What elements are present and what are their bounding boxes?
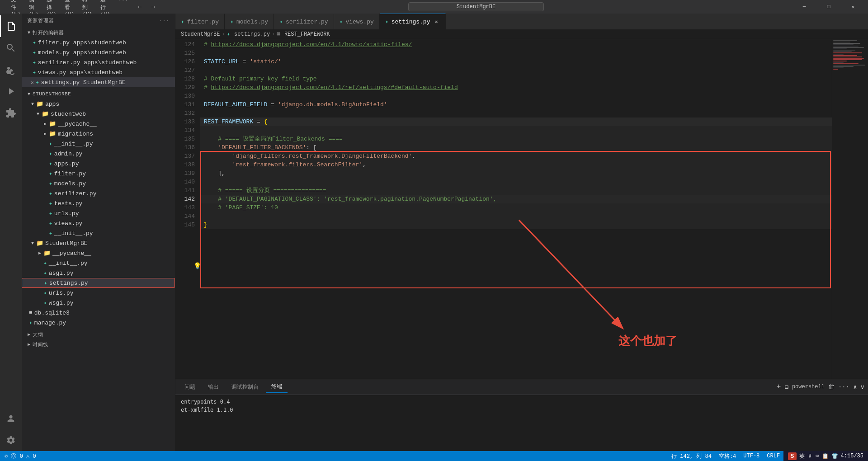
nav-forward-btn[interactable]: → — [148, 3, 159, 11]
input-method-btn[interactable]: S — [788, 452, 797, 460]
status-eol[interactable]: CRLF — [767, 453, 780, 459]
file-init-2[interactable]: ✦ __init__.py — [22, 228, 175, 238]
sidebar-more-btn[interactable]: ··· — [159, 18, 170, 24]
panel-tab-debug[interactable]: 调试控制台 — [226, 381, 264, 393]
file-db-sqlite[interactable]: ≡ db.sqlite3 — [22, 308, 175, 318]
tab-serilizer-py[interactable]: ✦ serilizer.py — [274, 14, 334, 29]
open-file-serilizer[interactable]: ✦ serilizer.py apps\studentweb — [22, 57, 175, 67]
activity-account-icon[interactable] — [0, 408, 22, 429]
code-line-130 — [200, 92, 832, 100]
panel-more-btn[interactable]: ··· — [838, 383, 849, 390]
file-init-1[interactable]: ✦ __init__.py — [22, 139, 175, 149]
panel-split-btn[interactable]: ⊟ — [784, 383, 788, 391]
activity-source-control-icon[interactable] — [0, 59, 22, 80]
open-file-settings[interactable]: ✕ ✦ settings.py StudentMgrBE — [22, 77, 175, 87]
init2-icon: ✦ — [49, 230, 52, 237]
outline-section[interactable]: ▶ 大纲 — [22, 329, 175, 339]
file-urls-2[interactable]: ✦ urls.py — [22, 288, 175, 298]
tab-views-py[interactable]: ✦ views.py — [334, 14, 380, 29]
open-file-views[interactable]: ✦ views.py apps\studentweb — [22, 67, 175, 77]
activity-settings-icon[interactable] — [0, 429, 22, 451]
file-admin[interactable]: ✦ admin.py — [22, 149, 175, 159]
open-file-views-label: views.py apps\studentweb — [38, 69, 123, 76]
file-settings-sidebar[interactable]: ✦ settings.py — [22, 278, 175, 288]
folder-migrations[interactable]: ▶ 📁 migrations — [22, 129, 175, 139]
serilizer-py-icon: ✦ — [33, 59, 36, 66]
activity-extensions-icon[interactable] — [0, 102, 22, 124]
file-models[interactable]: ✦ models.py — [22, 179, 175, 188]
models-py-icon: ✦ — [33, 49, 36, 56]
open-editors-section[interactable]: ▼ 打开的编辑器 — [22, 28, 175, 38]
status-encoding[interactable]: UTF-8 — [743, 453, 760, 459]
panel-tab-output[interactable]: 输出 — [203, 381, 224, 393]
file-serilizer[interactable]: ✦ serilizer.py — [22, 188, 175, 198]
file-filter[interactable]: ✦ filter.py — [22, 169, 175, 179]
file-apps[interactable]: ✦ apps.py — [22, 159, 175, 169]
ln-124: 124 — [175, 40, 195, 49]
ln-125: 125 — [175, 49, 195, 57]
file-views[interactable]: ✦ views.py — [22, 218, 175, 228]
status-spaces[interactable]: 空格:4 — [719, 452, 736, 460]
terminal-content[interactable]: entrypoints 0.4 et-xmlfile 1.1.0 — [175, 395, 868, 451]
file-tests[interactable]: ✦ tests.py — [22, 198, 175, 208]
tab-models-py[interactable]: ✦ models.py — [225, 14, 274, 29]
ln-127: 127 — [175, 66, 195, 75]
file-urls-1[interactable]: ✦ urls.py — [22, 208, 175, 218]
file-manage[interactable]: ✦ manage.py — [22, 318, 175, 328]
views-py-icon: ✦ — [33, 69, 36, 76]
panel-tab-problems[interactable]: 问题 — [179, 381, 201, 393]
tab-views-label: views.py — [345, 19, 373, 25]
status-errors[interactable]: ⊘ ⓪ 0 △ 0 — [5, 452, 36, 460]
folder-apps[interactable]: ▼ 📁 apps — [22, 99, 175, 109]
settings-close-icon[interactable]: ✕ — [31, 80, 34, 85]
breadcrumb-item-2[interactable]: ⊞ REST_FRAMEWORK — [277, 31, 330, 38]
folder-pycache-1[interactable]: ▶ 📁 __pycache__ — [22, 119, 175, 129]
tray-icon-2[interactable]: 👕 — [831, 453, 838, 460]
global-search-box[interactable]: StudentMgrBE — [408, 2, 544, 11]
models-label: models.py — [54, 180, 86, 187]
studentmgrbe-folder-label: StudentMgrBE — [45, 240, 88, 247]
folder-studentweb[interactable]: ▼ 📁 studentweb — [22, 109, 175, 119]
breadcrumb-sep-1: › — [272, 31, 275, 38]
tab-settings-py[interactable]: ✦ settings.py ✕ — [380, 14, 446, 29]
timeline-section[interactable]: ▶ 时间线 — [22, 339, 175, 349]
folder-pycache-2[interactable]: ▶ 📁 __pycache__ — [22, 248, 175, 258]
studentmgrbe-folder-icon: 📁 — [36, 240, 43, 247]
keyboard-icon[interactable]: ⌨ — [816, 453, 819, 460]
panel-chevron-down-btn[interactable]: ∨ — [861, 383, 864, 391]
window-maximize-btn[interactable]: □ — [818, 0, 839, 14]
project-root-label: STUDENTMGRBE — [33, 91, 71, 97]
file-wsgi[interactable]: ✦ wsgi.py — [22, 298, 175, 308]
ln-143: 143 — [175, 203, 195, 212]
open-file-models[interactable]: ✦ models.py apps\studentweb — [22, 47, 175, 57]
activity-search-icon[interactable] — [0, 37, 22, 59]
file-init-3[interactable]: ✦ __init__.py — [22, 258, 175, 268]
breadcrumb-item-1[interactable]: ✦ settings.py — [227, 31, 270, 38]
sidebar-content: ▼ 打开的编辑器 ✦ filter.py apps\studentweb ✦ m… — [22, 28, 175, 451]
file-asgi[interactable]: ✦ asgi.py — [22, 268, 175, 278]
tray-icon-1[interactable]: 📋 — [822, 453, 829, 460]
ln-138: 138 — [175, 160, 195, 169]
tab-filter-py[interactable]: ✦ filter.py — [175, 14, 225, 29]
init3-icon: ✦ — [43, 259, 47, 267]
window-minimize-btn[interactable]: ─ — [794, 0, 815, 14]
code-editor[interactable]: 124 125 126 127 128 129 130 131 132 133 … — [175, 39, 868, 379]
tab-settings-close-btn[interactable]: ✕ — [433, 18, 440, 25]
breadcrumb-item-0[interactable]: StudentMgrBE — [181, 31, 220, 38]
code-content[interactable]: # https://docs.djangoproject.com/en/4.1/… — [200, 39, 832, 379]
panel-add-btn[interactable]: + — [777, 383, 781, 391]
lightbulb-icon[interactable]: 💡 — [193, 262, 201, 270]
panel-tab-terminal[interactable]: 终端 — [266, 381, 288, 393]
nav-back-btn[interactable]: ← — [134, 3, 145, 11]
activity-files-icon[interactable] — [0, 15, 22, 37]
lang-indicator[interactable]: 英 — [799, 452, 805, 460]
panel-trash-btn[interactable]: 🗑 — [828, 383, 835, 390]
status-line-col[interactable]: 行 142, 列 84 — [671, 452, 712, 460]
window-close-btn[interactable]: ✕ — [843, 0, 863, 14]
activity-run-icon[interactable] — [0, 80, 22, 102]
folder-studentmgrbe[interactable]: ▼ 📁 StudentMgrBE — [22, 238, 175, 248]
panel-chevron-up-btn[interactable]: ∧ — [853, 383, 857, 391]
open-file-filter[interactable]: ✦ filter.py apps\studentweb — [22, 38, 175, 47]
project-root-item[interactable]: ▼ STUDENTMGRBE — [22, 89, 175, 99]
mic-icon[interactable]: 🎙 — [807, 453, 813, 460]
